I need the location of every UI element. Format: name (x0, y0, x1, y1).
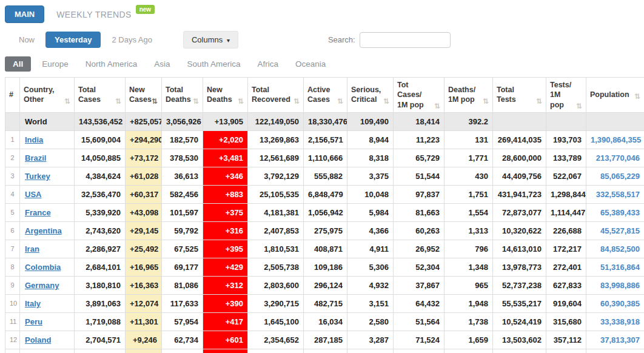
row-number: 9 (5, 276, 20, 294)
columns-button[interactable]: Columns ▾ (183, 31, 238, 49)
deaths-per-1m-cell: 1,948 (444, 294, 493, 312)
sort-icon: ⇅ (293, 98, 300, 105)
population-cell[interactable]: 43,522,336 (586, 349, 644, 353)
new-cases-cell: +11,301 (126, 312, 162, 331)
region-tab[interactable]: All (5, 56, 31, 72)
total-recovered-cell: 2,505,738 (248, 258, 304, 276)
column-header[interactable]: Population ⇅ (586, 78, 644, 113)
column-header[interactable]: Tests/ 1M pop ⇅ (546, 78, 586, 113)
region-tab[interactable]: Europe (33, 56, 77, 72)
total-recovered-cell: 1,645,100 (248, 312, 304, 331)
total-cases-cell: 2,743,620 (75, 221, 126, 240)
search-group: Search: (328, 32, 451, 48)
region-tab[interactable]: South America (179, 56, 249, 72)
sort-icon: ⇅ (634, 93, 640, 100)
population-cell[interactable]: 45,527,815 (586, 221, 644, 240)
column-header[interactable]: Tot Cases/ 1M pop ⇅ (394, 78, 444, 113)
cases-per-1m-cell: 64,432 (394, 294, 444, 312)
population-cell[interactable]: 65,389,433 (586, 203, 644, 221)
country-link[interactable]: Turkey (25, 172, 50, 181)
country-link[interactable]: USA (25, 190, 41, 199)
column-header[interactable]: Serious, Critical ⇅ (347, 78, 394, 113)
row-number: 1 (5, 130, 20, 149)
population-cell[interactable]: 85,065,229 (586, 167, 644, 185)
new-cases-cell: +43,098 (126, 203, 162, 221)
country-link[interactable]: Poland (25, 335, 51, 345)
region-tab[interactable]: Asia (146, 56, 178, 72)
population-cell[interactable]: 37,813,307 (586, 331, 644, 349)
search-input[interactable] (360, 32, 451, 48)
total-cases-cell: 4,384,624 (75, 167, 126, 185)
time-filter-tab[interactable]: Yesterday (45, 32, 101, 48)
tab-weekly-trends[interactable]: WEEKLY TRENDS (56, 10, 131, 19)
sort-icon: ⇅ (64, 98, 70, 105)
time-filter-tab[interactable]: Now (12, 32, 41, 48)
population-cell[interactable]: 332,558,517 (586, 185, 644, 203)
population-cell[interactable]: 84,852,500 (586, 240, 644, 258)
country-link[interactable]: Argentina (25, 226, 62, 235)
country-link[interactable]: Colombia (25, 263, 61, 272)
column-header[interactable]: Total Recovered ⇅ (248, 78, 304, 113)
new-cases-cell: +294,290 (126, 130, 162, 149)
total-tests-cell: 55,535,217 (493, 294, 546, 312)
deaths-per-1m-cell: 1,659 (444, 331, 493, 349)
time-filter-tab[interactable]: 2 Days Ago (105, 32, 159, 48)
region-tab[interactable]: North America (77, 56, 146, 72)
country-cell: Germany (20, 276, 75, 294)
population-cell[interactable]: 60,390,385 (586, 294, 644, 312)
total-recovered-cell: 2,803,600 (248, 276, 304, 294)
region-tab-bar: All Europe North America Asia South Amer… (0, 56, 644, 72)
cases-per-1m-cell: 97,837 (394, 185, 444, 203)
column-header[interactable]: Deaths/ 1M pop ⇅ (444, 78, 493, 113)
tab-main[interactable]: MAIN (5, 5, 44, 23)
column-header[interactable]: Total Cases ⇅ (75, 78, 126, 113)
country-cell: Colombia (20, 258, 75, 276)
country-link[interactable]: Germany (25, 281, 59, 290)
column-header[interactable]: Total Deaths ⇅ (162, 78, 203, 113)
deaths-per-1m-cell: 1,313 (444, 221, 493, 240)
total-recovered-cell: 1,499,752 (248, 349, 304, 353)
tests-per-1m-cell: 193,703 (546, 130, 586, 149)
column-header[interactable]: # (5, 78, 20, 113)
total-deaths-cell: 81,086 (162, 276, 203, 294)
population-cell[interactable]: 33,338,918 (586, 312, 644, 331)
deaths-per-1m-cell: 1,738 (444, 312, 493, 331)
tests-per-1m-cell: 315,680 (546, 312, 586, 331)
column-header[interactable]: New Deaths ⇅ (203, 78, 248, 113)
active-cases-cell: 408,871 (304, 240, 347, 258)
sort-icon: ⇅ (193, 98, 199, 105)
country-cell: USA (20, 185, 75, 203)
country-link[interactable]: France (25, 208, 51, 217)
country-link[interactable]: Peru (25, 317, 42, 326)
country-link[interactable]: Italy (25, 299, 41, 308)
serious-critical-cell: 4,911 (347, 240, 394, 258)
tests-per-1m-cell (546, 112, 586, 130)
active-cases-cell: 421,837 (304, 349, 347, 353)
country-cell: Argentina (20, 221, 75, 240)
total-cases-cell: 143,536,452 (75, 112, 126, 130)
region-tab[interactable]: Africa (249, 56, 287, 72)
country-link[interactable]: Iran (25, 244, 39, 254)
population-cell[interactable]: 51,316,864 (586, 258, 644, 276)
active-cases-cell: 482,715 (304, 294, 347, 312)
region-tab[interactable]: Oceania (287, 56, 334, 72)
column-header-label: Total Tests (497, 85, 516, 105)
population-cell[interactable]: 1,390,864,355 (586, 130, 644, 149)
column-header[interactable]: New Cases ⇅ (126, 78, 162, 113)
country-link[interactable]: India (25, 135, 43, 144)
country-cell: Brazil (20, 149, 75, 167)
column-header[interactable]: Total Tests ⇅ (493, 78, 546, 113)
population-cell[interactable]: 83,998,886 (586, 276, 644, 294)
new-deaths-cell: +417 (203, 312, 248, 331)
column-header[interactable]: Country, Other ⇅ (20, 78, 75, 113)
total-cases-cell: 3,180,810 (75, 276, 126, 294)
country-link[interactable]: Brazil (25, 153, 46, 163)
column-header[interactable]: Active Cases ⇅ (304, 78, 347, 113)
row-number: 8 (5, 258, 20, 276)
deaths-per-1m-cell: 1,554 (444, 203, 493, 221)
population-cell[interactable]: 213,770,046 (586, 149, 644, 167)
country-cell: Iran (20, 240, 75, 258)
serious-critical-cell: 5,984 (347, 203, 394, 221)
column-header-label: Tot Cases/ 1M pop (397, 80, 434, 110)
row-number: 6 (5, 221, 20, 240)
